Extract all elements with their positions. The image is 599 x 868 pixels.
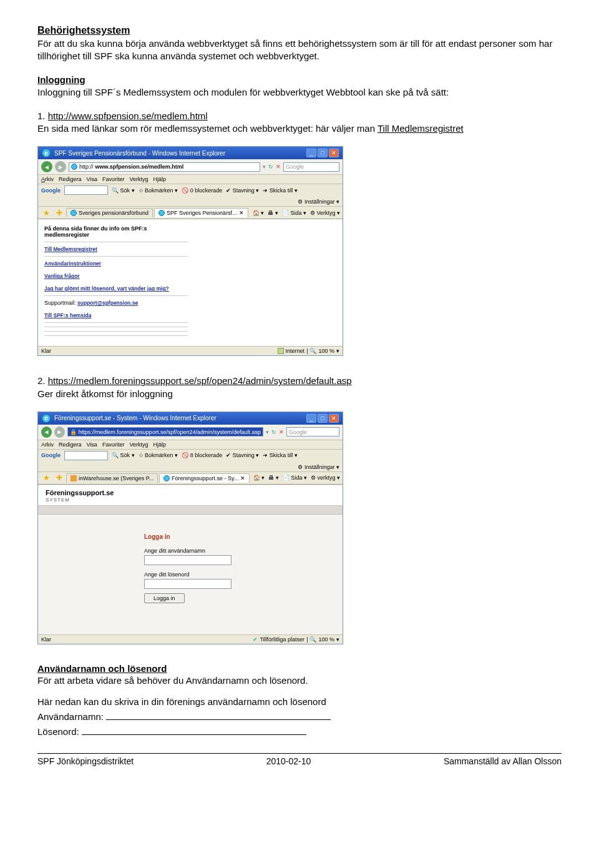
status-zone: Internet	[286, 348, 305, 354]
opt2-url[interactable]: https://medlem.foreningssupport.se/spf/o…	[48, 375, 352, 386]
ie-icon: e	[42, 414, 51, 423]
btn-blockerade[interactable]: 🚫 0 blockerade	[182, 187, 222, 194]
tab-2[interactable]: SPF Sveriges Pensionärsf... ✕	[154, 208, 248, 217]
opt1-desc-b: Till Medlemsregistret	[377, 123, 464, 134]
zoom-icon[interactable]: 🔍	[309, 348, 316, 354]
favorites-icon[interactable]: ★	[41, 209, 52, 217]
tool-home-icon[interactable]: 🏠 ▾	[253, 475, 265, 481]
menu-redigera[interactable]: Redigera	[59, 176, 82, 182]
link-vanliga-fragor[interactable]: Vanliga frågor	[44, 273, 80, 279]
btn-sok[interactable]: 🔍 Sök ▾	[112, 187, 135, 194]
option-1: 1. http://www.spfpension.se/medlem.html …	[37, 110, 562, 136]
add-favorite-icon[interactable]: ✚	[54, 473, 65, 482]
link-medlemsregistret[interactable]: Till Medlemsregistret	[44, 246, 97, 252]
menu-verktyg[interactable]: Verktyg	[129, 441, 148, 448]
zoom-icon[interactable]: 🔍	[309, 636, 316, 643]
menubar[interactable]: Arkiv Redigera Visa Favoriter Verktyg Hj…	[38, 440, 343, 450]
google-search-input[interactable]	[64, 185, 108, 195]
tool-home-icon[interactable]: 🏠 ▾	[253, 210, 265, 216]
menu-favoriter[interactable]: Favoriter	[102, 176, 125, 182]
titlebar[interactable]: e Föreningssupport.se - System - Windows…	[38, 412, 343, 425]
btn-stavning[interactable]: ✔ Stavning ▾	[226, 452, 259, 458]
tab-1[interactable]: Sveriges pensionärsförbund	[66, 208, 153, 217]
input-username[interactable]	[144, 555, 231, 565]
menu-redigera[interactable]: Redigera	[59, 441, 82, 448]
search-input[interactable]: Google	[286, 427, 339, 436]
address-input[interactable]: http://www.spfpension.se/medlem.html	[69, 162, 260, 172]
tool-sida[interactable]: 📄 Sida ▾	[282, 210, 306, 216]
maximize-button[interactable]: □	[318, 149, 328, 157]
link-instruktioner[interactable]: Användarinstruktioner	[44, 260, 101, 267]
google-label: Google	[41, 187, 61, 194]
link-glomt-losenord[interactable]: Jag har glömt mitt lösenord, vart vänder…	[44, 285, 169, 292]
screenshot-1: e SPF Sveriges Pensionärsförbund - Windo…	[37, 146, 343, 356]
opt2-num: 2.	[37, 375, 48, 386]
menubar[interactable]: Arkiv Redigera Visa Favoriter Verktyg Hj…	[38, 175, 343, 184]
btn-skicka[interactable]: ➜ Skicka till ▾	[263, 187, 298, 194]
address-input[interactable]: 🔒 https://medlem.foreningssupport.se/spf…	[67, 427, 263, 436]
tab-1[interactable]: inWarehouse.se (Sveriges P...	[66, 473, 158, 483]
btn-installningar[interactable]: ⚙ Inställningar ▾	[298, 464, 339, 470]
minimize-button[interactable]: _	[306, 149, 316, 157]
link-support-mail[interactable]: support@spfpension.se	[77, 300, 138, 306]
btn-blockerade[interactable]: 🚫 8 blockerade	[182, 452, 222, 458]
brand-name: Föreningssupport.se	[46, 489, 114, 496]
google-toolbar: Google 🔍 Sök ▾ ☆ Bokmärken ▾ 🚫 0 blocker…	[38, 184, 343, 207]
btn-bokmarken[interactable]: ☆ Bokmärken ▾	[139, 187, 178, 194]
titlebar[interactable]: e SPF Sveriges Pensionärsförbund - Windo…	[38, 147, 343, 159]
back-icon[interactable]: ◄	[41, 427, 52, 438]
row-username: Användarnamn:	[37, 711, 562, 722]
opt1-num: 1.	[37, 111, 48, 121]
menu-hjalp[interactable]: Hjälp	[153, 176, 166, 182]
btn-installningar[interactable]: ⚙ Inställningar ▾	[298, 199, 339, 205]
google-search-input[interactable]	[64, 451, 108, 460]
btn-bokmarken[interactable]: ☆ Bokmärken ▾	[139, 452, 178, 458]
menu-favoriter[interactable]: Favoriter	[102, 441, 125, 448]
menu-visa[interactable]: Visa	[87, 176, 97, 182]
opt2-desc: Ger direkt åtkomst för inloggning	[37, 388, 173, 399]
forward-icon[interactable]: ►	[54, 427, 65, 438]
tool-verktyg[interactable]: ⚙ Verktyg ▾	[310, 210, 340, 216]
globe-icon	[278, 348, 284, 354]
lock-icon: 🔒	[70, 429, 77, 435]
tool-sida[interactable]: 📄 Sida ▾	[283, 475, 307, 481]
line-username[interactable]	[106, 711, 331, 720]
btn-stavning[interactable]: ✔ Stavning ▾	[226, 187, 259, 194]
btn-sok[interactable]: 🔍 Sök ▾	[112, 452, 135, 458]
back-icon[interactable]: ◄	[41, 161, 52, 172]
menu-hjalp[interactable]: Hjälp	[153, 441, 166, 448]
screenshot-2: e Föreningssupport.se - System - Windows…	[37, 412, 343, 644]
para-inloggning: Inloggning till SPF´s Medlemssystem och …	[37, 86, 562, 99]
tool-verktyg[interactable]: ⚙ verktyg ▾	[311, 475, 340, 481]
menu-arkiv[interactable]: Arkiv	[41, 176, 54, 182]
close-button[interactable]: ✕	[329, 149, 339, 157]
row-password: Lösenord:	[37, 726, 562, 737]
footer-center: 2010-02-10	[266, 756, 311, 766]
opt1-url[interactable]: http://www.spfpension.se/medlem.html	[48, 111, 208, 121]
google-toolbar: Google 🔍 Sök ▾ ☆ Bokmärken ▾ 🚫 8 blocker…	[38, 450, 343, 472]
menu-visa[interactable]: Visa	[87, 441, 97, 448]
para-behorighet: För att du ska kunna börja använda webbv…	[37, 37, 562, 63]
favorites-icon[interactable]: ★	[41, 473, 52, 482]
search-input[interactable]: Google	[283, 162, 339, 172]
minimize-button[interactable]: _	[306, 414, 316, 423]
add-favorite-icon[interactable]: ✚	[54, 209, 65, 217]
tab-2[interactable]: Föreningssupport.se - Sy... ✕	[159, 473, 250, 483]
menu-arkiv[interactable]: Arkiv	[41, 441, 54, 448]
label-password: Ange ditt lösenord	[144, 571, 343, 578]
tabbar: ★ ✚ inWarehouse.se (Sveriges P... Föreni…	[38, 472, 343, 485]
tool-print-icon[interactable]: 🖶 ▾	[268, 210, 278, 216]
forward-icon[interactable]: ►	[55, 161, 66, 172]
link-spf-hemsida[interactable]: Till SPF:s hemsida	[44, 312, 91, 318]
menu-verktyg[interactable]: Verktyg	[129, 176, 148, 182]
tool-print-icon[interactable]: 🖶 ▾	[268, 475, 279, 481]
line-password[interactable]	[82, 726, 306, 735]
maximize-button[interactable]: □	[318, 414, 328, 423]
page-icon	[71, 164, 77, 170]
close-button[interactable]: ✕	[329, 414, 339, 423]
para-anvandarnamn-2: Här nedan kan du skriva in din förenings…	[37, 696, 562, 707]
login-button[interactable]: Logga in	[144, 593, 185, 603]
input-password[interactable]	[144, 579, 231, 589]
status-done: Klar	[41, 348, 51, 354]
btn-skicka[interactable]: ➜ Skicka till ▾	[263, 452, 298, 458]
